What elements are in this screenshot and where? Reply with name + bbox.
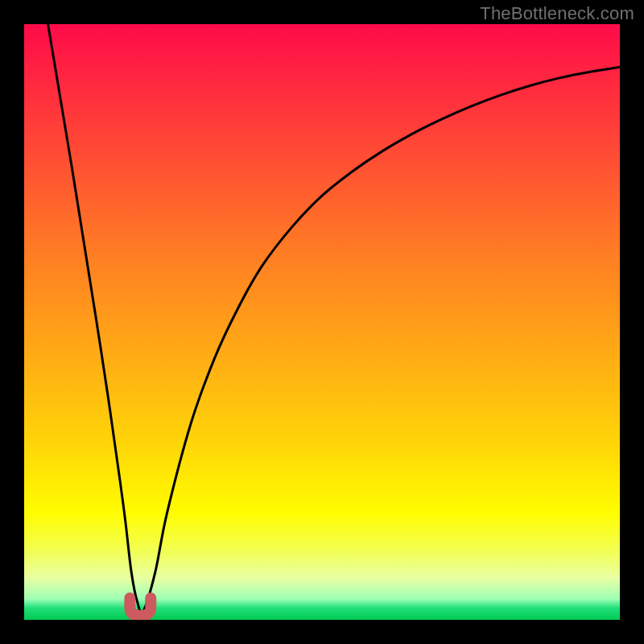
chart-svg <box>24 24 620 620</box>
bottleneck-curve <box>48 24 620 613</box>
watermark-text: TheBottleneck.com <box>480 3 634 24</box>
plot-area <box>24 24 620 620</box>
minimum-marker <box>130 598 151 616</box>
chart-frame: TheBottleneck.com <box>0 0 644 644</box>
